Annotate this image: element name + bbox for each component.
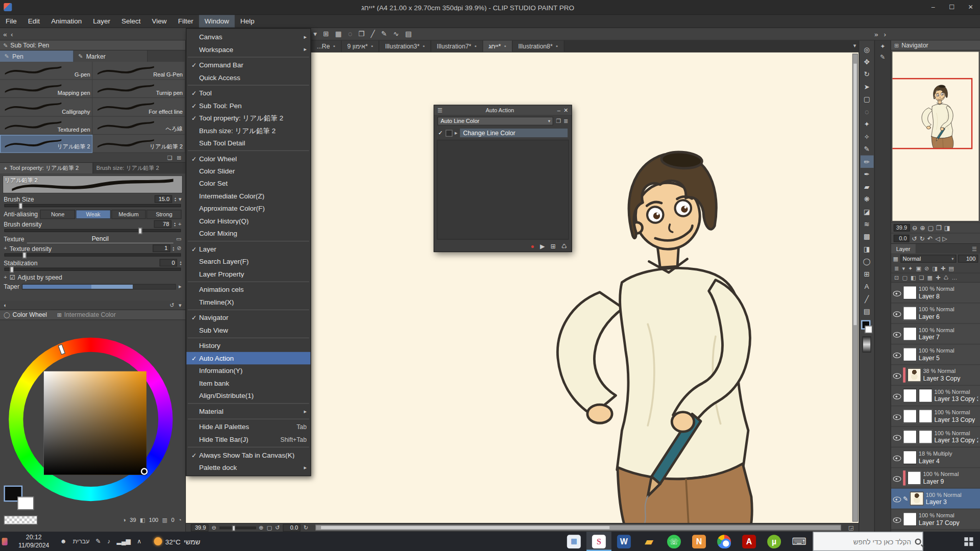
navigator-thumbnail[interactable] — [892, 51, 979, 221]
window-menu-item-color-history-q-[interactable]: Color History(Q) — [186, 215, 310, 227]
taskbar-app-touch-keyboard[interactable]: ⌨ — [787, 532, 812, 551]
window-menu-item-timeline-x-[interactable]: Timeline(X) — [186, 296, 310, 308]
toolbar-icon-6[interactable]: ✎ — [381, 30, 387, 38]
tool-property-footer-icon-l0[interactable]: ◐ — [4, 302, 7, 308]
action-checkbox[interactable] — [445, 130, 452, 136]
sub-tool-footer-icon-1[interactable]: ⊞ — [177, 155, 181, 161]
toolbar-right-icon-0[interactable]: » — [874, 30, 878, 38]
visibility-eye-icon[interactable] — [893, 309, 901, 317]
menu-select[interactable]: Select — [116, 15, 146, 27]
taper-expand-icon[interactable]: ▸ — [179, 283, 182, 289]
navigator-rotation-button-4[interactable]: ▷ — [942, 235, 947, 241]
taskbar-app-clip-studio[interactable]: S — [586, 532, 611, 551]
visibility-eye-icon[interactable] — [893, 454, 901, 462]
toolbar-icon-5[interactable]: ╱ — [371, 30, 375, 38]
taskbar-clock[interactable]: 20:12 11/09/2024 — [9, 533, 58, 549]
layer-thumbnail[interactable] — [903, 286, 917, 299]
visibility-eye-icon[interactable] — [893, 391, 901, 399]
layer-thumbnail[interactable] — [910, 492, 924, 506]
layer-tool-icon-b4[interactable]: ▦ — [927, 274, 933, 281]
layer-row[interactable]: 100 % NormalLayer 9 — [891, 468, 980, 488]
layer-tool-icon-b2[interactable]: ◧ — [911, 274, 916, 281]
tab-intermediate-color[interactable]: ⊞ Intermediate Color — [53, 310, 119, 319]
brush-item[interactable]: リアル鉛筆 2 — [92, 135, 185, 153]
duplicate-set-icon[interactable]: ❐ — [556, 118, 561, 124]
stabilization-spinner[interactable]: ▴▾ — [180, 260, 181, 265]
layer-row[interactable]: 100 % NormalLayer 5 — [891, 344, 980, 365]
document-tab[interactable]: ייחג*● — [483, 41, 512, 52]
canvas-vertical-scrollbar[interactable] — [852, 54, 858, 521]
hamburger-icon[interactable]: ☰ — [437, 107, 443, 113]
background-color-swatch[interactable] — [17, 497, 34, 510]
visibility-eye-icon[interactable] — [893, 289, 901, 297]
menu-layer[interactable]: Layer — [87, 15, 116, 27]
tab-tool-property[interactable]: ✦ Tool property: リアル鉛筆 2 — [0, 163, 92, 173]
gradient-tool[interactable]: ◨ — [860, 243, 873, 255]
search-input[interactable] — [821, 538, 913, 545]
brush-item[interactable]: Textured pen — [0, 116, 92, 135]
document-tab[interactable]: Illustration7*● — [431, 41, 483, 52]
layer-thumbnail[interactable] — [908, 471, 921, 485]
auto-action-title-bar[interactable]: ☰ Auto Action – ✕ — [434, 106, 572, 115]
layer-row[interactable]: 18 % MultiplyLayer 4 — [891, 447, 980, 468]
layer-tool-icon-a1[interactable]: ▾ — [902, 265, 905, 271]
sub-tool-footer-icon-0[interactable]: ❏ — [167, 155, 173, 161]
menu-animation[interactable]: Animation — [45, 15, 87, 27]
brush-item[interactable]: For effect line — [92, 98, 185, 117]
operation-tool[interactable]: ➤ — [860, 81, 873, 93]
window-menu-item-intermediate-color-z-[interactable]: Intermediate Color(Z) — [186, 190, 310, 202]
minimize-button[interactable]: – — [924, 0, 943, 14]
expand-arrow-icon[interactable]: ▸ — [455, 130, 458, 136]
layer-thumbnail[interactable] — [903, 450, 917, 464]
maximize-button[interactable]: ☐ — [942, 0, 961, 14]
layer-row[interactable]: 100 % NormalLayer 13 Copy — [891, 406, 980, 427]
volume-icon[interactable]: ♪ — [107, 538, 110, 544]
window-menu-item-auto-action[interactable]: ✓Auto Action — [186, 352, 310, 364]
brush-tool[interactable]: ✒ — [860, 168, 873, 180]
language-indicator[interactable]: עברית — [73, 538, 89, 544]
toolbar-icon-4[interactable]: ❐ — [358, 30, 364, 38]
layer-thumbnail[interactable] — [903, 409, 917, 423]
delete-action-button[interactable]: ♺ — [561, 243, 567, 249]
text-tool[interactable]: A — [860, 280, 873, 292]
menu-edit[interactable]: Edit — [22, 15, 45, 27]
layer-opacity-value[interactable]: 100 — [958, 255, 978, 263]
window-menu-item-color-slider[interactable]: Color Slider — [186, 165, 310, 177]
window-menu-item-sub-tool-detail[interactable]: Sub Tool Detail — [186, 137, 310, 149]
texture-density-spinner[interactable]: ▴▾ — [173, 246, 174, 251]
start-button[interactable] — [958, 532, 980, 551]
layer-tool-icon-a3[interactable]: ▣ — [916, 265, 921, 271]
navigator-rotation-button-1[interactable]: ↻ — [920, 235, 925, 241]
info-icon[interactable]: ◔ — [178, 517, 182, 523]
window-menu-item-color-wheel[interactable]: ✓Color Wheel — [186, 152, 310, 164]
action-enabled-check[interactable]: ✓ — [438, 130, 443, 136]
taskbar-app-explorer[interactable]: ▰ — [636, 532, 662, 551]
brush-size-value[interactable]: 15.0 — [155, 195, 172, 203]
document-tab[interactable]: ...Re● — [311, 41, 341, 52]
document-tab[interactable]: Illustration8*● — [512, 41, 564, 52]
menu-help[interactable]: Help — [235, 15, 260, 27]
layer-row[interactable]: 100 % NormalLayer 13 Copy 3 — [891, 386, 980, 406]
lasso-tool[interactable]: ◌ — [860, 106, 873, 118]
layer-mask-thumbnail[interactable] — [919, 430, 933, 444]
layer-tool-icon-a4[interactable]: ⊘ — [924, 265, 929, 271]
visibility-eye-icon[interactable] — [893, 515, 901, 523]
rotate-reset-icon[interactable]: ↺ — [275, 524, 280, 531]
taskbar-app-acrobat[interactable]: A — [737, 532, 762, 551]
frame-border-tool[interactable]: ⊞ — [860, 268, 873, 280]
toolbar-icon-8[interactable]: ▤ — [405, 30, 412, 38]
transparent-color-swatch[interactable] — [4, 515, 37, 524]
window-menu-item-tool-property-2[interactable]: ✓Tool property: リアル鉛筆 2 — [186, 112, 310, 124]
navigator-zoom-button-1[interactable]: ⊕ — [920, 224, 925, 231]
layer-menu-icon[interactable]: ☰ — [969, 244, 980, 253]
brush-density-add-icon[interactable]: + — [178, 221, 181, 227]
menu-view[interactable]: View — [146, 15, 173, 27]
layer-row[interactable]: 100 % NormalLayer 6 — [891, 303, 980, 323]
rotate-cw-icon[interactable]: ↻ — [304, 524, 308, 531]
close-button[interactable]: ✕ — [961, 0, 980, 14]
window-menu-item-layer-property[interactable]: Layer Property — [186, 268, 310, 280]
canvas-rotation-value[interactable]: 0.0 — [283, 524, 300, 532]
taskbar-app-chrome[interactable] — [712, 532, 737, 551]
pencil-tool[interactable]: ✏ — [860, 156, 873, 168]
brush-item[interactable]: へろ線 — [92, 116, 185, 135]
